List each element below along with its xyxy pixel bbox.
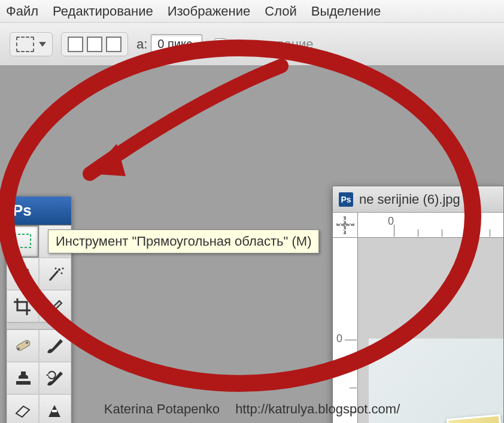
ps-badge-icon: Ps [339, 192, 353, 207]
wand-icon [45, 265, 65, 283]
add-selection-icon[interactable] [87, 37, 102, 52]
tool-healing[interactable] [7, 330, 39, 362]
tool-wand[interactable] [39, 258, 71, 290]
document-title: ne serijnie (6).jpg [359, 192, 460, 207]
ruler-top[interactable]: 0 2 [358, 213, 503, 238]
tool-brush[interactable] [39, 330, 71, 362]
marquee-icon [13, 233, 33, 250]
menu-layer[interactable]: Слой [265, 4, 297, 19]
antialias-checkbox-group: Сглаживание [214, 37, 314, 52]
tool-preset-dropdown[interactable] [10, 32, 53, 56]
attribution: Katerina Potapenko http://katrulya.blogs… [0, 401, 504, 417]
feather-input[interactable]: 0 пикс. [151, 34, 202, 54]
tool-marquee[interactable] [7, 225, 39, 258]
lasso-icon [13, 265, 33, 283]
svg-point-6 [55, 268, 57, 270]
menu-image[interactable]: Изображение [168, 4, 251, 19]
svg-rect-11 [16, 381, 31, 385]
svg-point-7 [62, 268, 64, 270]
tool-history-brush[interactable] [39, 362, 71, 394]
menu-file[interactable]: Файл [6, 4, 38, 19]
svg-line-3 [50, 271, 58, 280]
antialias-label: Сглаживание [232, 37, 314, 52]
author-url: http://katrulya.blogspot.com/ [235, 401, 400, 416]
svg-point-4 [58, 268, 60, 271]
stamp-icon [13, 369, 33, 387]
tool-separator [7, 322, 71, 330]
menu-edit[interactable]: Редактирование [53, 4, 153, 19]
author-name: Katerina Potapenko [104, 401, 220, 416]
tool-crop[interactable] [7, 290, 39, 322]
workspace: Ps [0, 66, 504, 423]
ruler-left[interactable]: 0 2 [333, 238, 358, 423]
svg-point-9 [17, 348, 20, 350]
chevron-down-icon [39, 42, 46, 47]
canvas-area: 0 2 0 2 [333, 213, 503, 423]
document-titlebar[interactable]: Ps ne serijnie (6).jpg [333, 186, 503, 213]
feather-label: а: [136, 37, 147, 52]
tool-lasso[interactable] [7, 258, 39, 290]
options-bar: а: 0 пикс. Сглаживание [0, 23, 504, 66]
marquee-icon [16, 37, 34, 52]
svg-point-10 [26, 342, 28, 344]
brush-icon [45, 337, 65, 355]
ruler-mark: 0 [388, 215, 394, 228]
svg-rect-0 [14, 234, 31, 247]
subtract-selection-icon[interactable] [106, 37, 122, 52]
tool-slice[interactable] [39, 290, 71, 322]
tool-panel-header: Ps [7, 197, 71, 225]
new-selection-icon[interactable] [68, 37, 83, 52]
svg-point-5 [61, 273, 63, 274]
svg-rect-8 [16, 339, 31, 352]
slice-icon [45, 297, 65, 315]
tool-stamp[interactable] [7, 362, 39, 394]
menubar: Файл Редактирование Изображение Слой Выд… [0, 0, 504, 23]
selection-mode-group [61, 32, 128, 56]
crop-icon [13, 297, 33, 315]
menu-select[interactable]: Выделение [311, 4, 381, 19]
ruler-mark: 0 [336, 333, 342, 345]
healing-icon [13, 337, 33, 355]
history-brush-icon [45, 369, 65, 387]
antialias-checkbox[interactable] [214, 38, 226, 50]
tooltip: Инструмент "Прямоугольная область" (M) [48, 229, 319, 253]
document-window: Ps ne serijnie (6).jpg 0 2 0 2 [332, 186, 504, 423]
ruler-corner[interactable] [333, 213, 358, 238]
